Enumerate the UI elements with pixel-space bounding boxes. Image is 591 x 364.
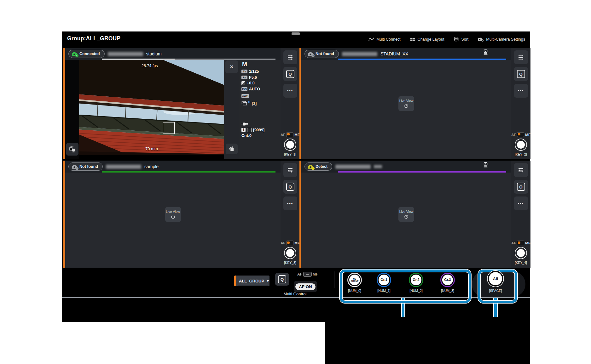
quick-menu-button[interactable]: Q [514, 67, 528, 81]
window-drag-handle[interactable] [292, 32, 300, 35]
camera-name: stadium [146, 51, 162, 56]
camera-settings-button[interactable] [283, 163, 297, 177]
panel-header: ✓ Connected stadium [65, 48, 281, 60]
shortcut-label: [NUM_3] [441, 289, 454, 293]
card-slot-badge: 1 [241, 128, 246, 132]
more-options-button[interactable]: ••• [514, 196, 528, 210]
focus-frame [163, 122, 175, 134]
shooting-mode: M [242, 61, 281, 68]
menu-change-layout[interactable]: Change Layout [410, 37, 444, 42]
group-3-button[interactable]: Gr.3 [440, 273, 455, 287]
camera-settings-button[interactable] [283, 50, 297, 64]
shutter-release-button[interactable] [284, 247, 296, 259]
live-view-side-column: × [224, 60, 239, 159]
av-badge: Av [241, 76, 247, 79]
aperture-row: Av F5.6 [241, 75, 281, 81]
af-mf-switch-icon [286, 132, 293, 137]
power-icon [404, 104, 409, 109]
menubar: Multi Connect Change Layout Sort Multi-C… [368, 37, 525, 42]
drive-mode-icon [241, 100, 248, 106]
af-on-button[interactable]: AF-ON [295, 283, 315, 290]
app-window: Group:ALL_GROUP Multi Connect Change Lay… [62, 31, 530, 322]
camera-panel-3: ? Not found sample Live View Q [63, 161, 300, 268]
af-mf-toggle[interactable]: AF MF [511, 132, 530, 137]
panel-button-strip: Q ••• AF MF [KEY_2] [511, 48, 530, 159]
camera-panel-4: ! Detect Live View [299, 161, 530, 268]
menu-sort[interactable]: Sort [454, 37, 468, 42]
awb-badge: AWB [241, 94, 249, 98]
divider [334, 271, 334, 288]
shutter-release-button[interactable] [515, 247, 527, 259]
menu-multi-camera-settings[interactable]: Multi-Camera Settings [478, 37, 525, 42]
white-balance-row: AWB [241, 93, 281, 99]
drive-mode-row: H [1] [241, 100, 281, 106]
quick-menu-button[interactable]: Q [514, 180, 528, 194]
quick-menu-button[interactable]: Q [283, 180, 297, 194]
shortcut-label: [KEY_3] [284, 261, 296, 264]
menu-label: Multi Connect [376, 37, 400, 42]
camera-connected-icon: ✓ [72, 52, 77, 56]
af-mf-toggle[interactable]: AF MF [281, 241, 300, 245]
multi-camera-settings-icon [478, 37, 484, 42]
shutter-release-button[interactable] [515, 139, 527, 151]
status-badge: ✓ Connected [68, 50, 105, 58]
q-icon: Q [278, 275, 286, 283]
quick-menu-button[interactable]: Q [283, 67, 297, 81]
shortcut-label: [NUM_2] [409, 289, 422, 293]
status-badge: ! Detect [304, 162, 332, 171]
status-badge: ? Not found [304, 50, 339, 58]
af-mf-toggle[interactable]: AF MF [511, 241, 530, 245]
menu-label: Sort [461, 37, 468, 42]
display-switch-button[interactable] [66, 143, 78, 156]
camera-name: STADIUM_XX [380, 51, 408, 56]
all-cameras-button[interactable]: All [487, 270, 504, 287]
group-2-button[interactable]: Gr.2 [409, 273, 423, 287]
camera-settings-column: M Tv 1/125 Av F5.6 +0.0 ISO [239, 60, 281, 159]
page-title: Group:ALL_GROUP [67, 35, 120, 42]
divider [320, 271, 320, 288]
rotate-image-button[interactable] [226, 144, 238, 154]
live-view-start-button[interactable]: Live View [398, 207, 414, 222]
iso-row: ISO AUTO [241, 86, 281, 92]
more-options-button[interactable]: ••• [283, 84, 297, 98]
menu-multi-connect[interactable]: Multi Connect [368, 37, 400, 42]
sliders-icon [518, 167, 524, 173]
group-button-3: Gr.3 [NUM_3] [435, 273, 460, 293]
shortcut-label: [NUM_1] [377, 289, 390, 293]
power-icon [171, 214, 176, 219]
q-icon: Q [517, 70, 525, 78]
panel-button-strip: Q ••• AF MF [KEY_1] [281, 48, 300, 159]
af-mf-toggle[interactable]: AF MF [281, 132, 300, 137]
no-group-button[interactable]: NO GROUP [347, 273, 362, 287]
shutter-speed-row: Tv 1/125 [241, 69, 281, 75]
shutter-release-button[interactable] [284, 139, 296, 151]
more-options-icon: ••• [287, 201, 293, 206]
more-options-button[interactable]: ••• [283, 196, 297, 210]
multi-quick-menu-button[interactable]: Q [275, 273, 289, 286]
group-1-button[interactable]: Gr.1 [377, 273, 391, 287]
exposure-comp-row: +0.0 [241, 80, 281, 86]
more-options-button[interactable]: ••• [514, 84, 528, 98]
camera-settings-button[interactable] [514, 163, 528, 177]
display-switch-icon [69, 146, 76, 152]
ip-address-redacted [335, 165, 371, 169]
close-live-view-button[interactable]: × [225, 60, 238, 73]
power-plug-icon [241, 122, 249, 126]
status-badge: ? Not found [68, 162, 103, 171]
camera-name: sample [144, 164, 159, 169]
q-icon: Q [517, 183, 525, 191]
camera-notfound-icon: ? [72, 164, 77, 169]
sliders-icon [518, 54, 524, 61]
panel-button-strip: Q ••• AF MF [KEY_4] [511, 161, 530, 268]
focal-length-readout: 70 mm [79, 146, 224, 151]
live-view-start-button[interactable]: Live View [398, 96, 414, 111]
ip-address-redacted [108, 52, 143, 56]
live-view-image[interactable]: 28.74 fps 70 mm [79, 60, 224, 159]
camera-settings-button[interactable] [514, 50, 528, 64]
group-selector-dropdown[interactable]: ALL_GROUP ▼ [234, 276, 269, 286]
q-icon: Q [286, 183, 294, 191]
frames-checkbox[interactable] [247, 128, 252, 132]
live-view-start-button[interactable]: Live View [165, 207, 181, 222]
panel-header: ? Not found STADIUM_XX [301, 48, 511, 60]
multi-af-mf-toggle[interactable]: AF MF [297, 272, 318, 277]
